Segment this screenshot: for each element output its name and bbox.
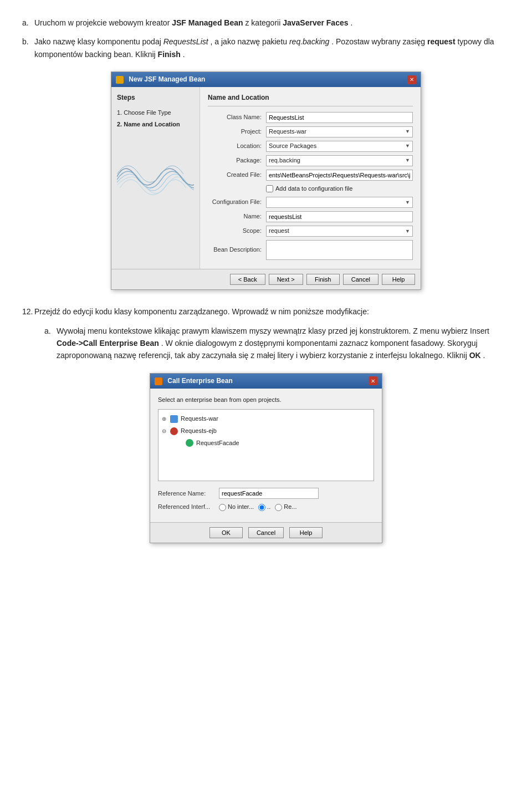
item-a-text3: . [350,18,352,27]
ok-button[interactable]: OK [209,527,243,538]
tree-item-requests-war[interactable]: ⊕ Requests-war [162,413,370,425]
list-item-a: a. Uruchom w projekcie webowym kreator J… [22,17,510,29]
dialog2-close-button[interactable]: ✕ [369,376,377,385]
created-file-input[interactable] [266,170,413,181]
name-row: Name: [208,211,413,222]
item-12-text: Przejdź do edycji kodu klasy komponentu … [34,307,369,316]
created-file-label: Created File: [208,170,266,180]
tree-item-request-facade[interactable]: RequestFacade [162,437,370,450]
dialog1-wrapper: New JSF Managed Bean ✕ Steps 1. Choose F… [22,72,510,290]
item-b-label: b. [22,35,34,60]
config-file-label: Configuration File: [208,197,266,207]
package-select[interactable]: req.backing ▼ [266,155,413,166]
bean-desc-row: Bean Description: [208,240,413,260]
dialog1: New JSF Managed Bean ✕ Steps 1. Choose F… [111,72,421,290]
scope-select[interactable]: request ▼ [266,226,413,237]
scope-label: Scope: [208,226,266,236]
step-1-number: 1. [117,109,122,116]
radio-group: No inter... .. Re... [219,502,296,512]
step-2-number: 2. [117,121,122,127]
item-a-label: a. [22,17,34,29]
finish-button[interactable]: Finish [306,274,340,285]
item-12a-text3: . [483,351,485,360]
dialog1-right-panel: Name and Location Class Name: Project: R… [200,87,421,269]
bean-desc-label: Bean Description: [208,245,266,255]
project-label: Project: [208,127,266,137]
item-b-text3: . Pozostaw wybrany zasięg [331,37,427,46]
dialog1-title: New JSF Managed Bean [129,75,205,83]
item-b-bold2: Finish [158,50,181,59]
config-file-select[interactable]: ▼ [266,197,413,208]
list-item-12: 12. Przejdź do edycji kodu klasy kompone… [22,305,510,318]
ref-name-row: Reference Name: [158,488,374,499]
dialog1-footer: < Back Next > Finish Cancel Help [111,269,421,289]
config-file-row: Configuration File: ▼ [208,197,413,208]
step-1: 1. Choose File Type [117,108,194,118]
dialog2-body: Select an enterprise bean from open proj… [150,389,382,522]
ref-name-input[interactable] [219,488,319,499]
back-button[interactable]: < Back [230,274,265,285]
dialog2-title: Call Enterprise Bean [167,377,232,385]
radio-dotdot: .. [258,502,270,512]
tree-item-war-label: Requests-war [181,414,218,424]
radio-re-input[interactable] [275,504,282,511]
item-12a-bold2: OK [469,351,481,360]
step-1-label: Choose File Type [124,109,171,116]
location-arrow-icon: ▼ [405,142,410,150]
bean-desc-textarea[interactable] [266,240,413,260]
item-12a-label: a. [44,325,57,362]
config-checkbox-label: Add data to configuration file [275,184,352,194]
dialog2-help-button[interactable]: Help [289,527,323,538]
created-file-row: Created File: [208,170,413,181]
scope-row: Scope: request ▼ [208,226,413,237]
list-item-12a: a. Wywołaj menu kontekstowe klikając pra… [44,325,510,362]
radio-dotdot-input[interactable] [258,504,265,511]
ref-interf-row: Referenced Interf... No inter... .. Re..… [158,502,374,512]
radio-dotdot-label: .. [267,502,270,512]
next-button[interactable]: Next > [269,274,303,285]
radio-re-label: Re... [284,502,296,512]
dialog1-left-panel: Steps 1. Choose File Type 2. Name and Lo… [111,87,200,269]
item-b-italic1: RequestsList [163,37,208,46]
location-value: Source Packages [269,141,316,151]
dialog1-titlebar: New JSF Managed Bean ✕ [111,72,421,87]
radio-no-inter: No inter... [219,502,254,512]
item-a-bold1: JSF Managed Bean [172,18,243,27]
dialog1-title-area: New JSF Managed Bean [116,74,205,85]
dialog2-description: Select an enterprise bean from open proj… [158,395,374,405]
help-button[interactable]: Help [382,274,415,285]
scope-arrow-icon: ▼ [405,227,410,235]
project-select[interactable]: Requests-war ▼ [266,126,413,137]
cancel-button[interactable]: Cancel [343,274,378,285]
project-value: Requests-war [269,127,306,137]
item-b-bold1: request [427,37,456,46]
radio-no-inter-label: No inter... [228,502,254,512]
name-input[interactable] [266,211,413,222]
wave-svg [117,152,194,196]
ejb-icon [170,427,178,435]
item-b-italic2: req.backing [289,37,329,46]
item-12a-bold1: Code->Call Enterprise Bean [57,339,159,348]
item-a-text1: Uruchom w projekcie webowym kreator [34,18,172,27]
class-name-input[interactable] [266,112,413,123]
project-row: Project: Requests-war ▼ [208,126,413,137]
class-name-row: Class Name: [208,112,413,123]
dialog2-cancel-button[interactable]: Cancel [248,527,284,538]
war-icon [170,415,178,423]
dialog2-wrapper: Call Enterprise Bean ✕ Select an enterpr… [22,373,510,543]
project-arrow-icon: ▼ [405,127,410,135]
dialog1-close-button[interactable]: ✕ [407,75,416,84]
expander-war: ⊕ [162,415,170,423]
dialog2-title-icon [155,377,162,385]
scope-value: request [269,226,289,236]
radio-no-inter-input[interactable] [219,504,226,511]
list-item-b: b. Jako nazwę klasy komponentu podaj Req… [22,35,510,60]
list-item-12a-wrapper: a. Wywołaj menu kontekstowe klikając pra… [44,325,510,362]
tree-item-requests-ejb[interactable]: ⊖ Requests-ejb [162,425,370,437]
location-select[interactable]: Source Packages ▼ [266,141,413,152]
package-label: Package: [208,156,266,166]
dialog1-body: Steps 1. Choose File Type 2. Name and Lo… [111,87,421,269]
config-checkbox[interactable] [266,185,273,192]
location-row: Location: Source Packages ▼ [208,141,413,152]
item-b-text5: . [183,50,185,59]
